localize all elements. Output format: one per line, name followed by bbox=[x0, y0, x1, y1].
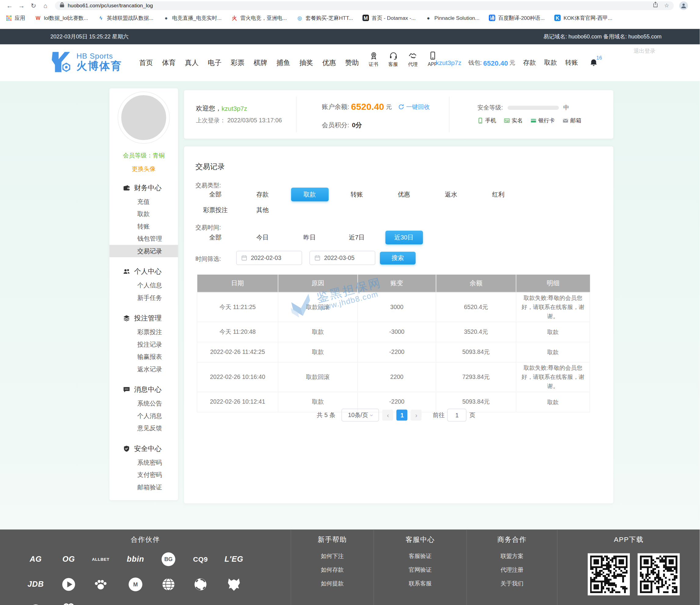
nav-item[interactable]: 电子 bbox=[208, 58, 222, 67]
notifications-bell[interactable]: 16 bbox=[590, 58, 598, 67]
page-number-button[interactable]: 1 bbox=[397, 410, 408, 421]
bookmark-item[interactable]: 火雷火电竞，亚洲电... bbox=[231, 14, 287, 21]
filter-chip[interactable]: 其他 bbox=[239, 203, 286, 217]
sidebar-item[interactable]: 邮箱验证 bbox=[109, 481, 178, 494]
bookmark-label: 电竞直播_电竞实时... bbox=[172, 14, 222, 21]
logout-button[interactable]: 退出登录 bbox=[633, 47, 655, 55]
sidebar-item[interactable]: 新手任务 bbox=[109, 292, 178, 304]
nav-item[interactable]: 彩票 bbox=[231, 58, 244, 67]
sidebar-item[interactable]: 彩票投注 bbox=[109, 326, 178, 338]
footer-link[interactable]: 客服验证 bbox=[374, 552, 467, 561]
date-from-input[interactable]: 2022-02-03 bbox=[236, 251, 302, 265]
filter-chip[interactable]: 红利 bbox=[475, 187, 522, 201]
sidebar-item[interactable]: 系统密码 bbox=[109, 456, 178, 469]
page-size-select[interactable]: 10条/页 › bbox=[342, 409, 379, 422]
sidebar-item[interactable]: 个人信息 bbox=[109, 279, 178, 292]
sidebar-item[interactable]: 意见反馈 bbox=[109, 422, 178, 434]
nav-item[interactable]: 赞助 bbox=[345, 58, 359, 67]
share-icon[interactable] bbox=[652, 2, 659, 10]
filter-chip[interactable]: 存款 bbox=[239, 187, 286, 201]
change-avatar-link[interactable]: 更换头像 bbox=[109, 165, 178, 173]
nav-item[interactable]: 真人 bbox=[185, 58, 199, 67]
goto-page-input[interactable] bbox=[447, 409, 467, 422]
bookmark-item[interactable]: ●电竞直播_电竞实时... bbox=[163, 14, 222, 21]
table-cell: 取款失败:尊敬的会员您好，请联系在线客服，谢谢。 bbox=[516, 362, 590, 392]
sidebar-item[interactable]: 个人消息 bbox=[109, 410, 178, 422]
sidebar-item[interactable]: 转账 bbox=[109, 220, 178, 233]
filter-chip[interactable]: 彩票投注 bbox=[192, 203, 239, 217]
sidebar-item[interactable]: 取款 bbox=[109, 208, 178, 220]
sidebar-item[interactable]: 支付密码 bbox=[109, 469, 178, 481]
sidebar-item[interactable]: 投注记录 bbox=[109, 338, 178, 351]
search-button[interactable]: 搜索 bbox=[380, 251, 416, 264]
sidebar-group-title[interactable]: 投注管理 bbox=[109, 310, 178, 326]
nav-item[interactable]: 优惠 bbox=[322, 58, 336, 67]
verification-实名[interactable]: 实名 bbox=[504, 117, 523, 125]
sidebar-group-title[interactable]: 个人中心 bbox=[109, 263, 178, 279]
filter-chip[interactable]: 全部 bbox=[192, 231, 239, 244]
sidebar-item[interactable]: 充值 bbox=[109, 196, 178, 208]
sidebar-item[interactable]: 系统公告 bbox=[109, 397, 178, 410]
filter-chip[interactable]: 取款 bbox=[291, 187, 328, 201]
verification-手机[interactable]: 手机 bbox=[478, 117, 497, 125]
one-key-recycle-button[interactable]: 一键回收 bbox=[398, 103, 430, 111]
nav-item[interactable]: 首页 bbox=[139, 58, 153, 67]
filter-chip[interactable]: 今日 bbox=[239, 231, 286, 244]
bookmark-item[interactable]: ϟ英雄联盟战队数据... bbox=[98, 14, 153, 21]
nav-quick-link[interactable]: 取款 bbox=[544, 58, 557, 67]
nav-item[interactable]: 体育 bbox=[162, 58, 176, 67]
nav-quick-link[interactable]: 转账 bbox=[565, 58, 579, 67]
url-bar[interactable]: huobo61.com/pc/user/trancation_log ☆ bbox=[55, 1, 674, 10]
filter-chip[interactable]: 昨日 bbox=[286, 231, 333, 244]
footer-link[interactable]: 关于我们 bbox=[467, 579, 557, 588]
bookmark-item[interactable]: Wlol数据_lol比赛数... bbox=[35, 14, 88, 21]
bookmark-item[interactable]: 应用 bbox=[5, 14, 25, 21]
date-to-input[interactable]: 2022-03-05 bbox=[309, 251, 375, 265]
sidebar-item[interactable]: 交易记录 bbox=[109, 245, 178, 257]
sidebar-item[interactable]: 输赢报表 bbox=[109, 351, 178, 363]
sidebar-group-title[interactable]: 财务中心 bbox=[109, 180, 178, 196]
footer-link[interactable]: 如何提款 bbox=[291, 579, 374, 588]
nav-tool-headset[interactable]: 客服 bbox=[385, 51, 402, 68]
bookmark-item[interactable]: 译百度翻译-200种语... bbox=[489, 14, 545, 21]
sidebar-item[interactable]: 钱包管理 bbox=[109, 232, 178, 245]
next-page-button[interactable]: › bbox=[411, 410, 422, 421]
bookmark-item[interactable]: ●Pinnacle Solution... bbox=[425, 15, 480, 21]
nav-quick-link[interactable]: 存款 bbox=[523, 58, 536, 67]
sidebar-item[interactable]: 返水记录 bbox=[109, 363, 178, 376]
bookmark-item[interactable]: ◎套餐购买-芝麻HTT... bbox=[297, 14, 353, 21]
sidebar-group-title[interactable]: 消息中心 bbox=[109, 382, 178, 397]
site-logo[interactable]: HB Sports 火博体育 bbox=[49, 50, 122, 74]
footer-link[interactable]: 如何存款 bbox=[291, 565, 374, 575]
footer-link[interactable]: 联系客服 bbox=[374, 579, 467, 588]
filter-chip[interactable]: 返水 bbox=[427, 187, 475, 201]
back-icon[interactable]: ← bbox=[4, 1, 16, 10]
verification-银行卡[interactable]: 银行卡 bbox=[531, 117, 555, 125]
bookmark-item[interactable]: M首页 - Dotamax -... bbox=[362, 14, 416, 21]
footer-link[interactable]: 官网验证 bbox=[374, 565, 467, 575]
bookmark-item[interactable]: KKOK体育官网-西甲... bbox=[554, 14, 612, 21]
bookmark-star-icon[interactable]: ☆ bbox=[664, 2, 669, 9]
reload-icon[interactable]: ↻ bbox=[27, 1, 40, 10]
browser-profile-avatar[interactable] bbox=[679, 1, 688, 10]
nav-item[interactable]: 抽奖 bbox=[299, 58, 313, 67]
home-icon[interactable]: ⌂ bbox=[40, 1, 51, 10]
filter-chip[interactable]: 近30日 bbox=[385, 231, 423, 244]
nav-tool-agent[interactable]: 代理 bbox=[405, 51, 421, 68]
nav-tool-cert[interactable]: 证书 bbox=[365, 51, 382, 68]
filter-chip[interactable]: 近7日 bbox=[333, 231, 380, 244]
footer-link[interactable]: 联盟方案 bbox=[467, 552, 557, 561]
filter-chip[interactable]: 转账 bbox=[333, 187, 380, 201]
avatar[interactable] bbox=[118, 92, 169, 143]
footer-link[interactable]: 代理注册 bbox=[467, 565, 557, 575]
prev-page-button[interactable]: ‹ bbox=[382, 410, 393, 421]
nav-item[interactable]: 捕鱼 bbox=[276, 58, 290, 67]
sidebar-group-title[interactable]: 安全中心 bbox=[109, 441, 178, 456]
nav-item[interactable]: 棋牌 bbox=[254, 58, 267, 67]
verification-邮箱[interactable]: 邮箱 bbox=[563, 117, 582, 125]
footer-link[interactable]: 如何下注 bbox=[291, 552, 374, 561]
filter-chip[interactable]: 全部 bbox=[192, 187, 239, 201]
nav-username[interactable]: kzut3p7z bbox=[436, 59, 461, 67]
filter-chip[interactable]: 优惠 bbox=[380, 187, 428, 201]
forward-icon[interactable]: → bbox=[16, 1, 27, 10]
